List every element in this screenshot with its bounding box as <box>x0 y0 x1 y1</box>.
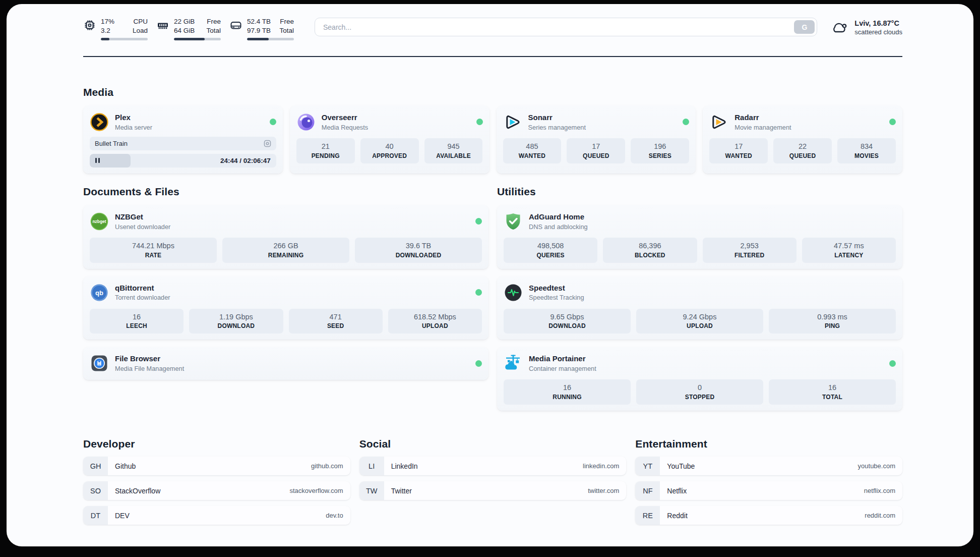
bookmark-group-entertainment: Entertainment YT YouTube youtube.com NF … <box>635 438 902 525</box>
cpu-label-1: CPU <box>133 17 148 26</box>
status-dot <box>889 119 896 125</box>
stat-value: 40 <box>362 142 417 151</box>
service-card-nzbget[interactable]: nzbget NZBGet Usenet downloader 744.21 M… <box>83 205 488 269</box>
card-head-portainer: Media Portainer Container management <box>504 353 896 374</box>
stat-box: 40APPROVED <box>360 138 419 163</box>
service-name: Radarr <box>734 113 791 123</box>
card-head-radarr: Radarr Movie management <box>709 112 896 133</box>
stat-label: QUEUED <box>569 152 623 159</box>
stat-value: 9.65 Gbps <box>506 312 629 322</box>
nzbget-icon: nzbget <box>90 212 109 231</box>
bookmark-dev[interactable]: DT DEV dev.to <box>83 506 350 525</box>
bookmark-twitter[interactable]: TW Twitter twitter.com <box>359 481 627 500</box>
bookmarks-area: Developer GH Github github.com SO StackO… <box>83 438 902 525</box>
bookmark-url: linkedin.com <box>583 457 619 475</box>
disk-free: 52.4 TB <box>247 17 271 26</box>
card-text-overseerr: Overseerr Media Requests <box>322 113 368 131</box>
stat-label: AVAILABLE <box>426 152 481 159</box>
stat-box: 21PENDING <box>296 138 355 163</box>
service-name: Plex <box>115 113 152 123</box>
stat-box: 196SERIES <box>631 138 689 163</box>
memory-progress-fill <box>174 38 205 40</box>
service-name: Sonarr <box>528 113 586 123</box>
section-title-media: Media <box>83 86 902 98</box>
card-text-portainer: Media Portainer Container management <box>529 354 596 372</box>
filebrowser-icon <box>90 354 109 373</box>
playback-progress-fill <box>90 154 131 168</box>
service-card-qbittorrent[interactable]: qb qBittorrent Torrent downloader 16LEEC… <box>83 276 488 340</box>
sonarr-icon <box>503 113 522 132</box>
service-card-portainer[interactable]: Media Portainer Container management 16R… <box>497 347 902 411</box>
cpu-usage: 17% <box>101 17 114 26</box>
weather-widget[interactable]: Lviv, 16.87°C scattered clouds <box>830 18 902 37</box>
stats-speedtest: 9.65 GbpsDOWNLOAD 9.24 GbpsUPLOAD 0.993 … <box>504 309 896 334</box>
card-head-adguard: AdGuard Home DNS and adblocking <box>504 211 896 232</box>
stat-value: 39.6 TB <box>357 241 480 251</box>
card-text-filebrowser: File Browser Media File Management <box>115 354 184 372</box>
service-card-filebrowser[interactable]: File Browser Media File Management <box>83 347 488 380</box>
bookmark-netflix[interactable]: NF Netflix netflix.com <box>635 481 902 500</box>
section-title-social: Social <box>359 438 627 450</box>
portainer-icon <box>504 354 523 373</box>
memory-widget-body: 22 GiB 64 GiB Free Total <box>174 17 221 40</box>
status-dot <box>475 360 482 367</box>
service-card-plex[interactable]: Plex Media server Bullet Train <box>83 106 283 174</box>
stat-box: 744.21 MbpsRATE <box>90 238 217 263</box>
card-head-overseerr: Overseerr Media Requests <box>296 112 483 133</box>
section-documents: Documents & Files nzbget NZBGet Usenet d… <box>83 186 488 411</box>
bookmark-github[interactable]: GH Github github.com <box>83 457 350 475</box>
service-card-adguard[interactable]: AdGuard Home DNS and adblocking 498,508Q… <box>497 205 902 269</box>
memory-label-2: Total <box>206 26 221 35</box>
stats-nzbget: 744.21 MbpsRATE 266 GBREMAINING 39.6 TBD… <box>90 238 482 263</box>
service-card-speedtest[interactable]: Speedtest Speedtest Tracking 9.65 GbpsDO… <box>497 276 902 340</box>
bookmark-name: DEV <box>115 506 130 525</box>
bookmark-abbr: DT <box>83 506 108 525</box>
status-dot <box>683 119 689 125</box>
bookmark-linkedin[interactable]: LI LinkedIn linkedin.com <box>359 457 627 475</box>
stats-overseerr: 21PENDING 40APPROVED 945AVAILABLE <box>296 138 483 163</box>
disk-label-1: Free <box>279 17 294 26</box>
stat-value: 9.24 Gbps <box>638 312 761 322</box>
stat-box: 2,953FILTERED <box>703 238 797 263</box>
stat-box: 834MOVIES <box>837 138 896 163</box>
service-card-sonarr[interactable]: Sonarr Series management 485WANTED 17QUE… <box>497 106 696 174</box>
cpu-labels: CPU Load <box>133 17 148 35</box>
stat-value: 834 <box>839 142 894 151</box>
status-dot <box>270 119 276 125</box>
card-text-speedtest: Speedtest Speedtest Tracking <box>529 284 584 302</box>
disk-progress-fill <box>247 38 269 40</box>
svg-text:nzbget: nzbget <box>93 219 106 224</box>
search-input[interactable] <box>315 18 817 36</box>
card-text-sonarr: Sonarr Series management <box>528 113 586 131</box>
stats-portainer: 16RUNNING 0STOPPED 16TOTAL <box>504 379 896 405</box>
stat-box: 39.6 TBDOWNLOADED <box>355 238 482 263</box>
search-provider-button[interactable]: G <box>794 20 815 34</box>
bookmark-reddit[interactable]: RE Reddit reddit.com <box>635 506 902 525</box>
stat-label: UPLOAD <box>390 322 480 329</box>
service-description: Movie management <box>734 124 791 131</box>
disk-widget: 52.4 TB 97.9 TB Free Total <box>229 17 294 40</box>
bookmark-abbr: RE <box>635 506 660 525</box>
service-card-overseerr[interactable]: Overseerr Media Requests 21PENDING 40APP… <box>290 106 489 174</box>
card-text-radarr: Radarr Movie management <box>734 113 791 131</box>
service-card-radarr[interactable]: Radarr Movie management 17WANTED 22QUEUE… <box>703 106 902 174</box>
stat-label: QUEUED <box>775 152 830 159</box>
bookmark-url: reddit.com <box>865 506 895 525</box>
status-dot <box>475 289 482 296</box>
bookmark-stackoverflow[interactable]: SO StackOverflow stackoverflow.com <box>83 481 350 500</box>
bookmark-name: Netflix <box>667 481 687 500</box>
status-dot <box>475 218 482 225</box>
stat-label: BLOCKED <box>605 252 695 259</box>
media-grid: Plex Media server Bullet Train <box>83 106 902 174</box>
bookmark-youtube[interactable]: YT YouTube youtube.com <box>635 457 902 475</box>
card-text-qbittorrent: qBittorrent Torrent downloader <box>115 284 170 302</box>
stat-value: 1.19 Gbps <box>191 312 281 322</box>
pause-icon <box>95 158 97 163</box>
service-name: Media Portainer <box>529 354 596 364</box>
stat-label: PING <box>771 322 894 329</box>
stat-label: QUERIES <box>506 252 595 259</box>
stats-adguard: 498,508QUERIES 86,396BLOCKED 2,953FILTER… <box>504 238 896 263</box>
bookmark-abbr: NF <box>635 481 660 500</box>
stat-value: 16 <box>92 312 181 322</box>
stat-value: 266 GB <box>224 241 347 251</box>
